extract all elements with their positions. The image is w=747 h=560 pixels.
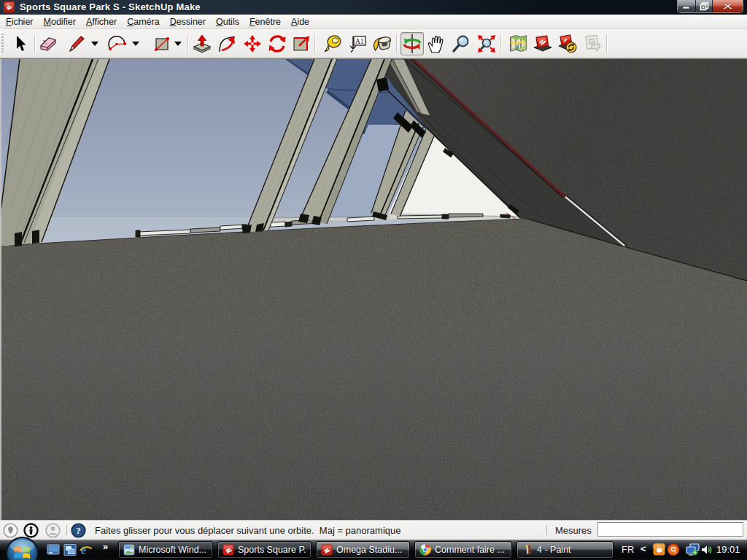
line-tool-button[interactable]	[64, 32, 88, 55]
menu-afficher[interactable]: Afficher	[81, 15, 122, 28]
pencil-line-icon	[66, 34, 86, 54]
chevron-down-icon	[174, 42, 182, 46]
show-desktop-icon[interactable]	[47, 543, 60, 556]
zoom-extents-tool-button[interactable]	[475, 32, 498, 55]
tape-measure-tool-button[interactable]	[321, 32, 344, 55]
speaker-tray-icon[interactable]	[700, 543, 713, 556]
taskbar-button-label: 4 - Paint	[537, 545, 571, 555]
text-tool-button[interactable]: A1	[346, 32, 369, 55]
taskbar-button-label: Comment faire ...	[435, 545, 505, 555]
ring-tray-icon[interactable]	[667, 543, 679, 556]
pan-tool-button[interactable]	[425, 32, 448, 55]
account-avatar-icon[interactable]	[45, 523, 61, 541]
geolocation-icon	[508, 34, 528, 54]
status-message: Faites glisser pour vous déplacer suivan…	[95, 525, 400, 536]
tray-language-indicator[interactable]: FR	[622, 544, 634, 555]
java-tray-icon[interactable]	[653, 543, 665, 556]
restore-button[interactable]	[696, 0, 713, 12]
menu-fenetre[interactable]: Fenêtre	[244, 15, 286, 28]
measure-input[interactable]	[597, 522, 743, 537]
select-tool-button[interactable]	[8, 32, 31, 55]
paint-icon	[522, 544, 533, 556]
toolbar: A1	[0, 29, 747, 58]
beam-junction-block	[376, 77, 389, 92]
arc-tool-button[interactable]	[105, 32, 128, 55]
menu-outils[interactable]: Outils	[211, 15, 244, 28]
warehouse-tool-button[interactable]	[531, 32, 554, 55]
minimize-button[interactable]	[678, 0, 696, 12]
svg-text:e: e	[81, 544, 86, 556]
menu-aide[interactable]: Aide	[286, 15, 314, 28]
close-button[interactable]	[713, 0, 743, 12]
push-pull-icon	[192, 34, 212, 54]
menu-camera[interactable]: Caméra	[122, 15, 164, 28]
chevron-down-icon	[91, 42, 98, 46]
zoom-tool-button[interactable]	[449, 32, 473, 55]
follow-me-tool-button[interactable]	[216, 32, 239, 55]
paint-bucket-tool-button[interactable]	[371, 32, 394, 55]
geolocation-tool-button[interactable]	[506, 32, 530, 55]
chrome-icon	[419, 544, 431, 556]
svg-text:?: ?	[76, 525, 81, 536]
start-button[interactable]	[6, 537, 39, 560]
tray-expand-chevron[interactable]: <	[640, 543, 646, 554]
taskbar-button-sports-square[interactable]: Sports Square P...	[217, 541, 311, 559]
taskbar-button-label: Omega Stadiu...	[336, 545, 402, 555]
tray-clock[interactable]: 19:01	[716, 544, 740, 555]
taskbar-button-label: Sports Square P...	[238, 545, 306, 555]
select-arrow-icon	[10, 34, 29, 53]
layout-tool-button[interactable]	[581, 32, 604, 55]
internet-explorer-icon[interactable]: e	[79, 543, 92, 556]
taskbar: e » Microsoft Wind...	[0, 540, 747, 560]
sketchup-logo-icon	[4, 1, 15, 12]
warehouse-icon	[533, 34, 553, 54]
sketchup-application-window: Sports Square Park S - SketchUp Make Fic…	[0, 0, 747, 560]
sketchup-icon	[321, 544, 333, 556]
svg-text:A1: A1	[355, 38, 364, 45]
taskbar-button-chrome[interactable]: Comment faire ...	[414, 541, 512, 559]
share-model-tool-button[interactable]	[556, 32, 579, 55]
help-question-icon[interactable]: ?	[71, 523, 86, 541]
offset-tool-button[interactable]	[290, 32, 313, 55]
status-bar: ? Faites glisser pour vous déplacer suiv…	[0, 520, 747, 540]
arc-icon	[107, 34, 127, 54]
taskbar-button-microsoft-windows[interactable]: Microsoft Wind...	[118, 541, 213, 559]
menu-fichier[interactable]: Fichier	[1, 15, 39, 28]
rectangle-icon	[152, 34, 172, 54]
eraser-icon	[38, 34, 58, 54]
window-title: Sports Square Park S - SketchUp Make	[20, 1, 201, 12]
windows-window-icon	[123, 544, 135, 556]
menu-dessiner[interactable]: Dessiner	[165, 15, 211, 28]
rotate-icon	[267, 34, 287, 54]
taskbar-button-label: Microsoft Wind...	[139, 545, 206, 555]
eraser-tool-button[interactable]	[36, 32, 60, 55]
window-controls	[677, 0, 743, 13]
toolbar-grip	[1, 34, 4, 54]
ground	[0, 219, 747, 521]
pan-hand-icon	[426, 34, 446, 54]
zoom-icon	[451, 34, 471, 54]
line-tool-dropdown[interactable]	[90, 32, 100, 55]
quick-launch-overflow-chevron[interactable]: »	[103, 541, 108, 552]
menu-modifier[interactable]: Modifier	[39, 15, 81, 28]
title-bar: Sports Square Park S - SketchUp Make	[0, 0, 747, 15]
model-viewport[interactable]	[0, 58, 747, 520]
network-tray-icon[interactable]	[686, 543, 698, 556]
follow-me-icon	[217, 34, 238, 54]
model-scene	[0, 59, 747, 521]
menu-bar: Fichier Modifier Afficher Caméra Dessine…	[0, 15, 747, 29]
rectangle-tool-button[interactable]	[150, 32, 174, 55]
arc-tool-dropdown[interactable]	[131, 32, 141, 55]
taskbar-button-omega-stadium[interactable]: Omega Stadiu...	[316, 541, 410, 559]
measure-label: Mesures	[555, 525, 592, 536]
orbit-tool-button[interactable]	[400, 32, 424, 55]
push-pull-tool-button[interactable]	[190, 32, 214, 55]
rectangle-tool-dropdown[interactable]	[173, 32, 183, 55]
rotate-tool-button[interactable]	[266, 32, 289, 55]
share-model-icon	[557, 34, 578, 54]
taskbar-button-paint[interactable]: 4 - Paint	[516, 541, 614, 559]
move-tool-button[interactable]	[241, 32, 264, 55]
switch-windows-icon[interactable]	[63, 543, 77, 556]
chevron-down-icon	[132, 42, 139, 46]
move-icon	[242, 34, 263, 54]
